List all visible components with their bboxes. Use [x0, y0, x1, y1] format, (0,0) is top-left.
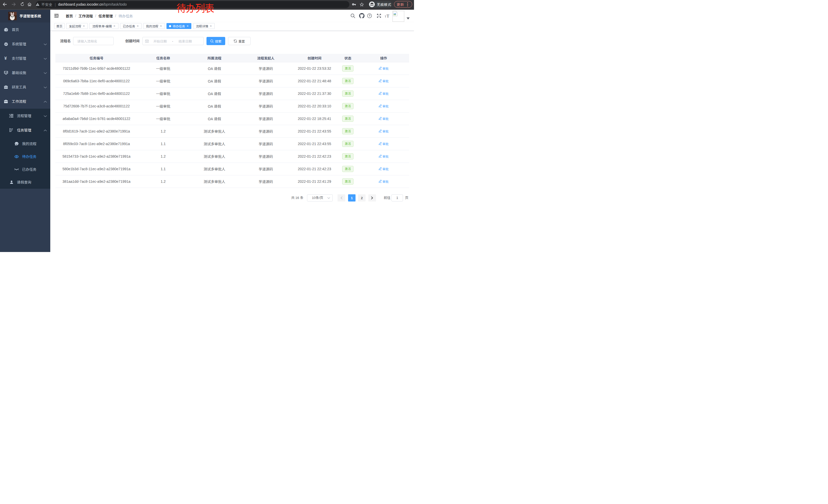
svg-text:?: ?	[369, 14, 370, 17]
svg-text:T: T	[385, 15, 386, 18]
svg-text:T: T	[386, 13, 389, 18]
